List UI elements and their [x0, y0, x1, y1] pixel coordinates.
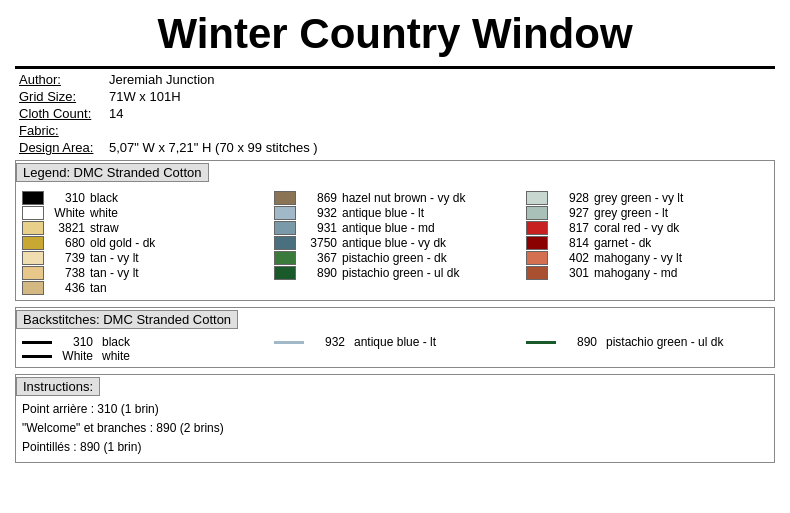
- list-item: 932 antique blue - lt: [274, 206, 516, 220]
- list-item: 817 coral red - vy dk: [526, 221, 768, 235]
- clothcount-label: Cloth Count:: [15, 105, 105, 122]
- list-item: 402 mahogany - vy lt: [526, 251, 768, 265]
- color-swatch-3750: [274, 236, 296, 250]
- author-value: Jeremiah Junction: [105, 71, 775, 88]
- color-swatch-739: [22, 251, 44, 265]
- color-swatch-817: [526, 221, 548, 235]
- color-swatch-310: [22, 191, 44, 205]
- top-divider: [15, 66, 775, 69]
- gridsize-label: Grid Size:: [15, 88, 105, 105]
- backstitch-col-2: 932 antique blue - lt: [274, 335, 516, 363]
- bs-line-932: [274, 341, 304, 344]
- color-swatch-367: [274, 251, 296, 265]
- list-item: 932 antique blue - lt: [274, 335, 516, 349]
- list-item: 738 tan - vy lt: [22, 266, 264, 280]
- color-swatch-301: [526, 266, 548, 280]
- list-item: 3821 straw: [22, 221, 264, 235]
- bs-line-890: [526, 341, 556, 344]
- backstitches-title: Backstitches: DMC Stranded Cotton: [16, 310, 238, 329]
- legend-grid: 310 black White white 3821 straw 680 old…: [22, 190, 768, 296]
- color-swatch-white: [22, 206, 44, 220]
- color-swatch-3821: [22, 221, 44, 235]
- color-swatch-931: [274, 221, 296, 235]
- instruction-line-1: Point arrière : 310 (1 brin): [22, 400, 768, 419]
- list-item: 927 grey green - lt: [526, 206, 768, 220]
- info-table: Author: Jeremiah Junction Grid Size: 71W…: [15, 71, 775, 156]
- fabric-value: [105, 122, 775, 139]
- list-item: 680 old gold - dk: [22, 236, 264, 250]
- designarea-value: 5,07" W x 7,21" H (70 x 99 stitches ): [105, 139, 775, 156]
- color-swatch-927: [526, 206, 548, 220]
- color-swatch-932: [274, 206, 296, 220]
- instructions-text: Point arrière : 310 (1 brin) "Welcome" e…: [22, 400, 768, 458]
- list-item: 869 hazel nut brown - vy dk: [274, 191, 516, 205]
- color-swatch-402: [526, 251, 548, 265]
- fabric-label: Fabric:: [15, 122, 105, 139]
- instruction-line-2: "Welcome" et branches : 890 (2 brins): [22, 419, 768, 438]
- color-swatch-869: [274, 191, 296, 205]
- color-swatch-680: [22, 236, 44, 250]
- list-item: 301 mahogany - md: [526, 266, 768, 280]
- color-swatch-436: [22, 281, 44, 295]
- list-item: 814 garnet - dk: [526, 236, 768, 250]
- legend-col-3: 928 grey green - vy lt 927 grey green - …: [526, 190, 768, 296]
- clothcount-value: 14: [105, 105, 775, 122]
- backstitches-section: Backstitches: DMC Stranded Cotton 310 bl…: [15, 307, 775, 368]
- list-item: 310 black: [22, 191, 264, 205]
- backstitch-col-3: 890 pistachio green - ul dk: [526, 335, 768, 363]
- list-item: 890 pistachio green - ul dk: [526, 335, 768, 349]
- list-item: 928 grey green - vy lt: [526, 191, 768, 205]
- legend-title: Legend: DMC Stranded Cotton: [16, 163, 209, 182]
- list-item: White white: [22, 349, 264, 363]
- instructions-title: Instructions:: [16, 377, 100, 396]
- list-item: 310 black: [22, 335, 264, 349]
- bs-line-white: [22, 355, 52, 358]
- designarea-label: Design Area:: [15, 139, 105, 156]
- author-label: Author:: [15, 71, 105, 88]
- list-item: 739 tan - vy lt: [22, 251, 264, 265]
- page-title: Winter Country Window: [15, 10, 775, 58]
- list-item: 931 antique blue - md: [274, 221, 516, 235]
- legend-col-1: 310 black White white 3821 straw 680 old…: [22, 190, 264, 296]
- legend-col-2: 869 hazel nut brown - vy dk 932 antique …: [274, 190, 516, 296]
- instruction-line-3: Pointillés : 890 (1 brin): [22, 438, 768, 457]
- color-swatch-738: [22, 266, 44, 280]
- instructions-section: Instructions: Point arrière : 310 (1 bri…: [15, 374, 775, 463]
- color-swatch-928: [526, 191, 548, 205]
- legend-section: Legend: DMC Stranded Cotton 310 black Wh…: [15, 160, 775, 301]
- list-item: 890 pistachio green - ul dk: [274, 266, 516, 280]
- backstitch-col-1: 310 black White white: [22, 335, 264, 363]
- bs-line-310: [22, 341, 52, 344]
- color-swatch-814: [526, 236, 548, 250]
- list-item: 436 tan: [22, 281, 264, 295]
- gridsize-value: 71W x 101H: [105, 88, 775, 105]
- list-item: 367 pistachio green - dk: [274, 251, 516, 265]
- list-item: 3750 antique blue - vy dk: [274, 236, 516, 250]
- list-item: White white: [22, 206, 264, 220]
- color-swatch-890: [274, 266, 296, 280]
